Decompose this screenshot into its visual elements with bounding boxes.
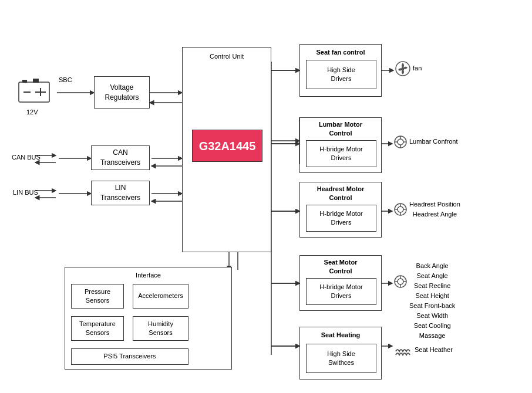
chip-label: G32A1445 xyxy=(199,138,256,154)
headrest-sub-label: H-bridge Motor Drivers xyxy=(319,209,362,228)
control-unit-label: Control Unit xyxy=(183,52,271,61)
diagram: 12V SBC Voltage Regulators Control Unit … xyxy=(0,0,532,393)
fan-label: fan xyxy=(413,65,422,72)
headrest-motor-icon xyxy=(393,202,408,218)
psi5-box: PSI5 Transceivers xyxy=(71,348,188,365)
lin-bus-label: LIN BUS xyxy=(13,189,38,196)
lumbar-sub-box: H-bridge Motor Drivers xyxy=(306,140,376,167)
lin-transceivers-label: LIN Transceivers xyxy=(100,183,140,203)
seat-fan-title: Seat fan control xyxy=(300,48,381,57)
svg-point-49 xyxy=(398,206,403,212)
headrest-label: Headrest Position Headrest Angle xyxy=(409,199,460,219)
seat-motor-sub-label: H-bridge Motor Drivers xyxy=(319,283,362,301)
seat-heating-sub-box: High Side Swithces xyxy=(306,344,376,373)
sbc-label: SBC xyxy=(59,76,72,83)
seat-fan-sub-label: High Side Drivers xyxy=(327,66,355,84)
humidity-sensors-box: Humidity Sensors xyxy=(133,316,188,341)
seat-motor-icon xyxy=(393,275,408,290)
battery-symbol xyxy=(16,76,52,110)
pressure-sensors-label: Pressure Sensors xyxy=(85,287,110,306)
humidity-sensors-label: Humidity Sensors xyxy=(148,320,173,338)
fan-icon xyxy=(395,60,411,79)
headrest-outer: Headrest Motor Control H-bridge Motor Dr… xyxy=(299,182,382,238)
seat-fan-sub-box: High Side Drivers xyxy=(306,60,376,89)
svg-point-55 xyxy=(398,279,403,284)
temperature-sensors-box: Temperature Sensors xyxy=(71,316,124,341)
lumbar-title: Lumbar Motor Control xyxy=(300,120,381,138)
battery-label: 12V xyxy=(26,109,38,116)
can-bus-label: CAN BUS xyxy=(12,154,41,161)
seat-heating-sub-label: High Side Swithces xyxy=(327,350,355,368)
control-unit-outer: Control Unit G32A1445 xyxy=(182,47,271,252)
accelerometers-box: Accelerometers xyxy=(133,284,188,309)
accelerometers-label: Accelerometers xyxy=(138,292,183,300)
lumbar-sub-label: H-bridge Motor Drivers xyxy=(319,145,362,163)
heater-label: Seat Heather xyxy=(415,346,453,353)
interface-outer: Interface Pressure Sensors Accelerometer… xyxy=(65,267,232,370)
psi5-label: PSI5 Transceivers xyxy=(103,352,156,361)
lin-transceivers-box: LIN Transceivers xyxy=(91,181,150,205)
seat-motor-title: Seat Motor Control xyxy=(300,258,381,276)
lumbar-outer: Lumbar Motor Control H-bridge Motor Driv… xyxy=(299,117,382,173)
lumbar-label: Lumbar Confront xyxy=(409,138,458,145)
svg-point-43 xyxy=(398,139,403,145)
seat-fan-outer: Seat fan control High Side Drivers xyxy=(299,44,382,97)
heater-icon xyxy=(393,343,412,359)
temperature-sensors-label: Temperature Sensors xyxy=(79,320,116,338)
svg-point-41 xyxy=(402,67,405,70)
can-transceivers-label: CAN Transceivers xyxy=(100,148,140,168)
headrest-title: Headrest Motor Control xyxy=(300,185,381,203)
seat-heating-title: Seat Heating xyxy=(300,331,381,340)
headrest-sub-box: H-bridge Motor Drivers xyxy=(306,205,376,232)
lumbar-motor-icon xyxy=(393,135,408,151)
seat-motor-label: Back Angle Seat Angle Seat Recline Seat … xyxy=(409,261,455,341)
battery-icon xyxy=(16,76,52,109)
seat-motor-sub-box: H-bridge Motor Drivers xyxy=(306,278,376,305)
can-transceivers-box: CAN Transceivers xyxy=(91,145,150,170)
voltage-regulators-box: Voltage Regulators xyxy=(94,76,150,109)
chip-label-box: G32A1445 xyxy=(192,130,262,162)
seat-motor-outer: Seat Motor Control H-bridge Motor Driver… xyxy=(299,255,382,311)
voltage-regulators-label: Voltage Regulators xyxy=(105,83,139,103)
svg-rect-35 xyxy=(22,80,27,83)
pressure-sensors-box: Pressure Sensors xyxy=(71,284,124,309)
seat-heating-outer: Seat Heating High Side Swithces xyxy=(299,327,382,380)
svg-rect-36 xyxy=(33,79,39,83)
interface-label: Interface xyxy=(65,271,231,280)
